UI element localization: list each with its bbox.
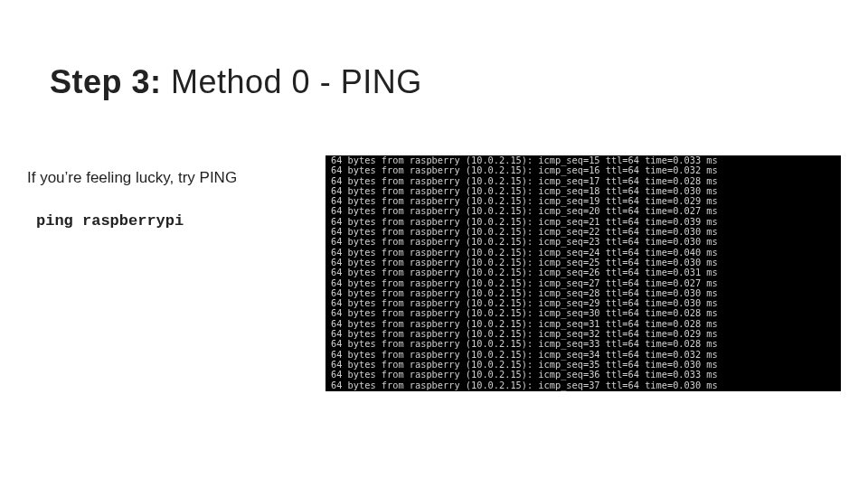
title-bold: Step 3: — [50, 63, 162, 100]
ping-command: ping raspberrypi — [36, 212, 316, 230]
terminal-output: 64 bytes from raspberry (10.0.2.15): icm… — [326, 155, 841, 391]
step-title: Step 3: Method 0 - PING — [50, 63, 422, 101]
ping-line: 64 bytes from raspberry (10.0.2.15): icm… — [331, 165, 835, 175]
terminal-window: 64 bytes from raspberry (10.0.2.15): icm… — [326, 143, 841, 391]
feeling-lucky-text: If you’re feeling lucky, try PING — [27, 169, 316, 187]
side-text-block: If you’re feeling lucky, try PING ping r… — [27, 169, 316, 230]
slide: Step 3: Method 0 - PING If you’re feelin… — [0, 0, 868, 488]
ping-line: 64 bytes from raspberry (10.0.2.15): icm… — [331, 370, 835, 380]
ping-line: 64 bytes from raspberry (10.0.2.15): icm… — [331, 237, 835, 247]
ping-line: 64 bytes from raspberry (10.0.2.15): icm… — [331, 267, 835, 277]
ping-line: 64 bytes from raspberry (10.0.2.15): icm… — [331, 380, 835, 390]
title-rest: Method 0 - PING — [162, 63, 422, 100]
ping-line: 64 bytes from raspberry (10.0.2.15): icm… — [331, 339, 835, 349]
